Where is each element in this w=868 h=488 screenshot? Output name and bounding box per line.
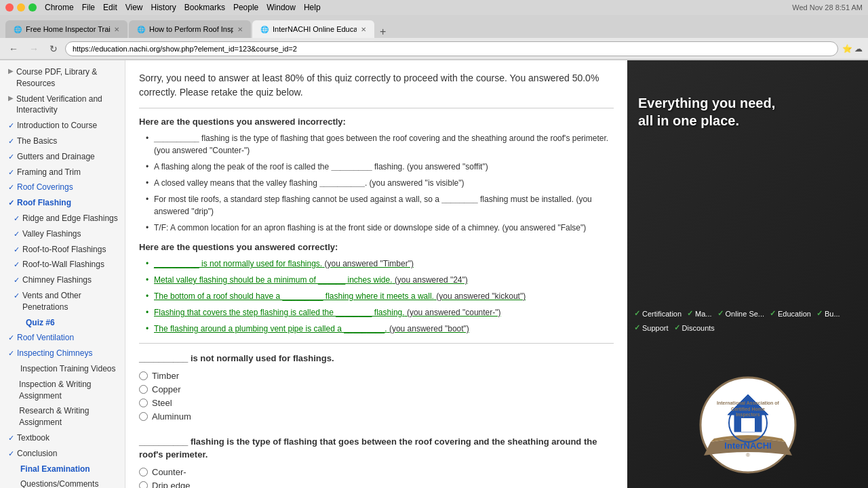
feature-item: ✓ Discounts [674, 323, 715, 332]
radio-option[interactable]: Timber [139, 371, 614, 381]
sidebar-item-roof-flashing[interactable]: ✓ Roof Flashing [0, 195, 125, 211]
radio-drip-edge[interactable] [139, 481, 148, 489]
menu-file[interactable]: File [82, 3, 95, 12]
list-item: A flashing along the peak of the roof is… [146, 161, 614, 173]
sidebar-item-textbook[interactable]: ✓ Textbook [0, 430, 125, 446]
sidebar-item-valley-flashings[interactable]: ✓ Valley Flashings [0, 226, 125, 242]
new-tab-button[interactable]: + [376, 26, 390, 38]
radio-option[interactable]: Steel [139, 398, 614, 408]
menu-window[interactable]: Window [267, 3, 296, 12]
menu-bookmarks[interactable]: Bookmarks [184, 3, 225, 12]
radio-aluminum[interactable] [139, 412, 148, 421]
sidebar-label: Roof-to-Roof Flashings [22, 244, 106, 256]
maximize-button[interactable] [28, 3, 37, 12]
menu-chrome[interactable]: Chrome [45, 3, 74, 12]
check-icon: ✓ [8, 121, 14, 131]
check-icon: ✓ [8, 433, 14, 443]
tab-roof-inspect[interactable]: 🌐 How to Perform Roof Inspecti... ✕ [129, 20, 251, 38]
radio-copper[interactable] [139, 385, 148, 394]
feature-list: ✓ Certification ✓ Ma... ✓ Online Se... ✓… [634, 309, 861, 332]
correct-section-title: Here are the questions you answered corr… [139, 242, 614, 252]
svg-text:Certified Home: Certified Home [731, 407, 765, 411]
sidebar-item-roof-to-roof[interactable]: ✓ Roof-to-Roof Flashings [0, 242, 125, 258]
sidebar-item-roof-coverings[interactable]: ✓ Roof Coverings [0, 180, 125, 195]
sidebar-item-student-verification[interactable]: ▶ Student Verification and Interactivity [0, 92, 125, 119]
radio-option[interactable]: Drip edge [139, 481, 614, 489]
minimize-button[interactable] [17, 3, 25, 12]
radio-option[interactable]: Aluminum [139, 411, 614, 422]
sidebar-item-course-pdf[interactable]: ▶ Course PDF, Library & Resources [0, 64, 125, 92]
sidebar-item-conclusion[interactable]: ✓ Conclusion [0, 446, 125, 462]
feature-item: ✓ Support [634, 323, 669, 332]
section-divider [139, 343, 614, 344]
sidebar-item-final-exam[interactable]: Final Examination [0, 462, 125, 477]
sidebar-label: Ridge and Edge Flashings [22, 213, 118, 224]
sidebar-item-gutters[interactable]: ✓ Gutters and Drainage [0, 149, 125, 165]
check-icon: ✓ [687, 309, 693, 318]
browser-toolbar: ← → ↻ ⭐ ☁ [0, 38, 868, 60]
sidebar-item-research-writing[interactable]: Research & Writing Assignment [0, 403, 125, 430]
promo-heading: Everything you need, all in one place. [638, 94, 857, 129]
tab-close-2[interactable]: ✕ [361, 26, 366, 33]
feature-item: ✓ Ma... [687, 309, 711, 318]
check-icon: ✓ [14, 214, 20, 224]
sidebar-item-roof-ventilation[interactable]: ✓ Roof Ventilation [0, 330, 125, 346]
sidebar-label: Inspecting Chimneys [17, 348, 92, 359]
radio-option[interactable]: Copper [139, 384, 614, 394]
check-icon: ✓ [8, 136, 14, 146]
sidebar-item-framing[interactable]: ✓ Framing and Trim [0, 165, 125, 180]
sidebar-label: Roof Ventilation [17, 332, 74, 344]
sidebar-label: Questions/Comments [20, 479, 98, 488]
menu-history[interactable]: History [151, 3, 176, 12]
check-icon: ✓ [8, 333, 14, 343]
question-block-1: __________ is not normally used for flas… [139, 352, 614, 422]
menu-edit[interactable]: Edit [103, 3, 117, 12]
sidebar-item-vents-other[interactable]: ✓ Vents and Other Penetrations [0, 288, 125, 315]
sidebar-label: Valley Flashings [22, 228, 81, 240]
sidebar-item-intro[interactable]: ✓ Introduction to Course [0, 118, 125, 134]
promo-text: Everything you need, all in one place. [638, 94, 857, 129]
menu-view[interactable]: View [125, 3, 143, 12]
sidebar: ▶ Course PDF, Library & Resources ▶ Stud… [0, 60, 125, 488]
list-item: For most tile roofs, a standard step fla… [146, 193, 614, 218]
toolbar-icons: ⭐ ☁ [842, 44, 863, 54]
sidebar-item-chimney-flashings[interactable]: ✓ Chimney Flashings [0, 272, 125, 288]
address-bar[interactable] [65, 41, 838, 56]
radio-timber[interactable] [139, 371, 148, 380]
title-bar: Chrome File Edit View History Bookmarks … [0, 0, 868, 15]
menu-people[interactable]: People [233, 3, 258, 12]
radio-steel[interactable] [139, 399, 148, 407]
radio-counter[interactable] [139, 468, 148, 476]
sidebar-label: Chimney Flashings [22, 274, 92, 286]
back-button[interactable]: ← [5, 42, 22, 56]
sidebar-label: The Basics [17, 136, 57, 147]
sidebar-item-inspecting-chimneys[interactable]: ✓ Inspecting Chimneys [0, 346, 125, 361]
check-icon: ✓ [634, 309, 640, 318]
list-item: The bottom of a roof should have a _____… [146, 290, 614, 302]
tab-close-1[interactable]: ✕ [237, 26, 243, 33]
sidebar-item-ridge-flashing[interactable]: ✓ Ridge and Edge Flashings [0, 211, 125, 226]
radio-option[interactable]: Counter- [139, 467, 614, 477]
tab-internachi[interactable]: 🌐 InterNACHI Online Education ✕ [252, 20, 374, 38]
svg-text:®: ® [746, 452, 750, 458]
sidebar-item-roof-to-wall[interactable]: ✓ Roof-to-Wall Flashings [0, 257, 125, 272]
check-icon: ✓ [14, 245, 20, 255]
check-icon: ✓ [14, 275, 20, 285]
sidebar-item-basics[interactable]: ✓ The Basics [0, 134, 125, 149]
close-button[interactable] [5, 3, 14, 12]
sidebar-item-inspection-writing[interactable]: Inspection & Writing Assignment [0, 377, 125, 404]
sidebar-item-quiz6[interactable]: Quiz #6 [0, 315, 125, 331]
right-panel: Everything you need, all in one place. ✓… [627, 60, 868, 488]
refresh-button[interactable]: ↻ [46, 42, 61, 56]
svg-text:Inspectors: Inspectors [736, 412, 760, 418]
tab-close-0[interactable]: ✕ [114, 26, 119, 33]
sidebar-item-questions[interactable]: Questions/Comments [0, 476, 125, 488]
sidebar-item-inspection-training[interactable]: Inspection Training Videos [0, 361, 125, 377]
sidebar-label: Student Verification and Interactivity [16, 94, 119, 117]
sidebar-label: Quiz #6 [26, 317, 55, 329]
list-item: __________ is not normally used for flas… [146, 258, 614, 270]
tab-free-inspector[interactable]: 🌐 Free Home Inspector Training... ✕ [5, 20, 127, 38]
menu-help[interactable]: Help [304, 3, 321, 12]
forward-button[interactable]: → [26, 42, 42, 56]
check-icon: ✓ [8, 449, 14, 459]
